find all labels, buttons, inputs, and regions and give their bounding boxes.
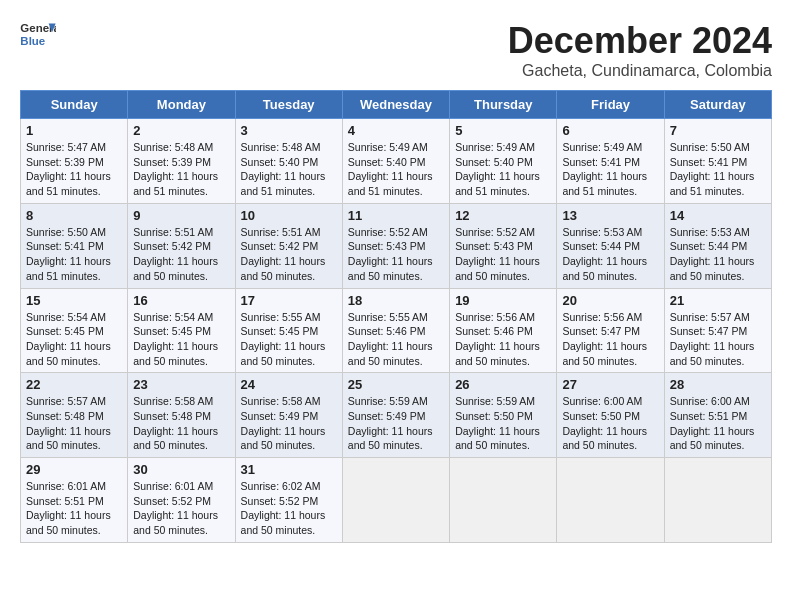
calendar-week-row: 22Sunrise: 5:57 AM Sunset: 5:48 PM Dayli… [21, 373, 772, 458]
day-number: 31 [241, 462, 337, 477]
day-header-thursday: Thursday [450, 91, 557, 119]
calendar-cell: 2Sunrise: 5:48 AM Sunset: 5:39 PM Daylig… [128, 119, 235, 204]
day-info: Sunrise: 5:54 AM Sunset: 5:45 PM Dayligh… [133, 310, 229, 369]
day-number: 17 [241, 293, 337, 308]
calendar-cell [450, 458, 557, 543]
day-number: 27 [562, 377, 658, 392]
calendar-cell: 22Sunrise: 5:57 AM Sunset: 5:48 PM Dayli… [21, 373, 128, 458]
page-header: General Blue December 2024 Gacheta, Cund… [20, 20, 772, 80]
day-number: 6 [562, 123, 658, 138]
day-number: 9 [133, 208, 229, 223]
day-info: Sunrise: 5:50 AM Sunset: 5:41 PM Dayligh… [26, 225, 122, 284]
calendar-week-row: 15Sunrise: 5:54 AM Sunset: 5:45 PM Dayli… [21, 288, 772, 373]
calendar-cell: 8Sunrise: 5:50 AM Sunset: 5:41 PM Daylig… [21, 203, 128, 288]
day-header-wednesday: Wednesday [342, 91, 449, 119]
month-title: December 2024 [508, 20, 772, 62]
svg-text:Blue: Blue [20, 35, 45, 47]
calendar-header-row: SundayMondayTuesdayWednesdayThursdayFrid… [21, 91, 772, 119]
day-info: Sunrise: 6:00 AM Sunset: 5:50 PM Dayligh… [562, 394, 658, 453]
calendar-cell: 21Sunrise: 5:57 AM Sunset: 5:47 PM Dayli… [664, 288, 771, 373]
calendar-cell: 28Sunrise: 6:00 AM Sunset: 5:51 PM Dayli… [664, 373, 771, 458]
day-info: Sunrise: 5:53 AM Sunset: 5:44 PM Dayligh… [670, 225, 766, 284]
calendar-cell: 31Sunrise: 6:02 AM Sunset: 5:52 PM Dayli… [235, 458, 342, 543]
calendar-cell [557, 458, 664, 543]
calendar-cell: 13Sunrise: 5:53 AM Sunset: 5:44 PM Dayli… [557, 203, 664, 288]
calendar-week-row: 29Sunrise: 6:01 AM Sunset: 5:51 PM Dayli… [21, 458, 772, 543]
calendar-cell: 11Sunrise: 5:52 AM Sunset: 5:43 PM Dayli… [342, 203, 449, 288]
day-info: Sunrise: 5:55 AM Sunset: 5:46 PM Dayligh… [348, 310, 444, 369]
day-info: Sunrise: 5:58 AM Sunset: 5:48 PM Dayligh… [133, 394, 229, 453]
calendar-cell: 12Sunrise: 5:52 AM Sunset: 5:43 PM Dayli… [450, 203, 557, 288]
logo-icon: General Blue [20, 20, 56, 50]
location-title: Gacheta, Cundinamarca, Colombia [508, 62, 772, 80]
calendar-cell [342, 458, 449, 543]
calendar-cell: 5Sunrise: 5:49 AM Sunset: 5:40 PM Daylig… [450, 119, 557, 204]
calendar-cell: 23Sunrise: 5:58 AM Sunset: 5:48 PM Dayli… [128, 373, 235, 458]
day-info: Sunrise: 5:48 AM Sunset: 5:39 PM Dayligh… [133, 140, 229, 199]
day-header-sunday: Sunday [21, 91, 128, 119]
logo: General Blue [20, 20, 60, 50]
day-number: 14 [670, 208, 766, 223]
day-info: Sunrise: 5:51 AM Sunset: 5:42 PM Dayligh… [133, 225, 229, 284]
day-number: 19 [455, 293, 551, 308]
day-number: 12 [455, 208, 551, 223]
day-info: Sunrise: 5:52 AM Sunset: 5:43 PM Dayligh… [348, 225, 444, 284]
calendar-cell: 19Sunrise: 5:56 AM Sunset: 5:46 PM Dayli… [450, 288, 557, 373]
day-number: 13 [562, 208, 658, 223]
calendar-week-row: 1Sunrise: 5:47 AM Sunset: 5:39 PM Daylig… [21, 119, 772, 204]
day-number: 26 [455, 377, 551, 392]
title-block: December 2024 Gacheta, Cundinamarca, Col… [508, 20, 772, 80]
calendar-cell: 4Sunrise: 5:49 AM Sunset: 5:40 PM Daylig… [342, 119, 449, 204]
day-info: Sunrise: 5:56 AM Sunset: 5:46 PM Dayligh… [455, 310, 551, 369]
day-number: 28 [670, 377, 766, 392]
day-info: Sunrise: 5:49 AM Sunset: 5:41 PM Dayligh… [562, 140, 658, 199]
day-info: Sunrise: 5:50 AM Sunset: 5:41 PM Dayligh… [670, 140, 766, 199]
calendar-cell [664, 458, 771, 543]
day-info: Sunrise: 5:57 AM Sunset: 5:48 PM Dayligh… [26, 394, 122, 453]
calendar-cell: 20Sunrise: 5:56 AM Sunset: 5:47 PM Dayli… [557, 288, 664, 373]
calendar-week-row: 8Sunrise: 5:50 AM Sunset: 5:41 PM Daylig… [21, 203, 772, 288]
calendar-cell: 18Sunrise: 5:55 AM Sunset: 5:46 PM Dayli… [342, 288, 449, 373]
calendar-cell: 10Sunrise: 5:51 AM Sunset: 5:42 PM Dayli… [235, 203, 342, 288]
day-info: Sunrise: 5:57 AM Sunset: 5:47 PM Dayligh… [670, 310, 766, 369]
calendar-cell: 15Sunrise: 5:54 AM Sunset: 5:45 PM Dayli… [21, 288, 128, 373]
day-info: Sunrise: 5:49 AM Sunset: 5:40 PM Dayligh… [455, 140, 551, 199]
day-info: Sunrise: 6:02 AM Sunset: 5:52 PM Dayligh… [241, 479, 337, 538]
day-info: Sunrise: 5:59 AM Sunset: 5:50 PM Dayligh… [455, 394, 551, 453]
day-number: 3 [241, 123, 337, 138]
day-number: 16 [133, 293, 229, 308]
calendar-cell: 27Sunrise: 6:00 AM Sunset: 5:50 PM Dayli… [557, 373, 664, 458]
day-number: 5 [455, 123, 551, 138]
calendar-cell: 14Sunrise: 5:53 AM Sunset: 5:44 PM Dayli… [664, 203, 771, 288]
calendar-cell: 1Sunrise: 5:47 AM Sunset: 5:39 PM Daylig… [21, 119, 128, 204]
day-number: 11 [348, 208, 444, 223]
calendar-cell: 30Sunrise: 6:01 AM Sunset: 5:52 PM Dayli… [128, 458, 235, 543]
calendar-table: SundayMondayTuesdayWednesdayThursdayFrid… [20, 90, 772, 543]
calendar-cell: 16Sunrise: 5:54 AM Sunset: 5:45 PM Dayli… [128, 288, 235, 373]
calendar-cell: 17Sunrise: 5:55 AM Sunset: 5:45 PM Dayli… [235, 288, 342, 373]
day-info: Sunrise: 5:59 AM Sunset: 5:49 PM Dayligh… [348, 394, 444, 453]
day-header-friday: Friday [557, 91, 664, 119]
day-info: Sunrise: 5:56 AM Sunset: 5:47 PM Dayligh… [562, 310, 658, 369]
day-info: Sunrise: 5:54 AM Sunset: 5:45 PM Dayligh… [26, 310, 122, 369]
day-number: 25 [348, 377, 444, 392]
day-number: 20 [562, 293, 658, 308]
day-number: 4 [348, 123, 444, 138]
day-info: Sunrise: 5:47 AM Sunset: 5:39 PM Dayligh… [26, 140, 122, 199]
day-number: 23 [133, 377, 229, 392]
day-number: 21 [670, 293, 766, 308]
day-number: 24 [241, 377, 337, 392]
day-header-tuesday: Tuesday [235, 91, 342, 119]
day-number: 10 [241, 208, 337, 223]
day-number: 22 [26, 377, 122, 392]
day-number: 1 [26, 123, 122, 138]
day-header-monday: Monday [128, 91, 235, 119]
day-info: Sunrise: 6:01 AM Sunset: 5:52 PM Dayligh… [133, 479, 229, 538]
calendar-cell: 29Sunrise: 6:01 AM Sunset: 5:51 PM Dayli… [21, 458, 128, 543]
calendar-cell: 9Sunrise: 5:51 AM Sunset: 5:42 PM Daylig… [128, 203, 235, 288]
calendar-cell: 25Sunrise: 5:59 AM Sunset: 5:49 PM Dayli… [342, 373, 449, 458]
day-info: Sunrise: 5:58 AM Sunset: 5:49 PM Dayligh… [241, 394, 337, 453]
day-number: 29 [26, 462, 122, 477]
day-info: Sunrise: 5:49 AM Sunset: 5:40 PM Dayligh… [348, 140, 444, 199]
day-number: 30 [133, 462, 229, 477]
